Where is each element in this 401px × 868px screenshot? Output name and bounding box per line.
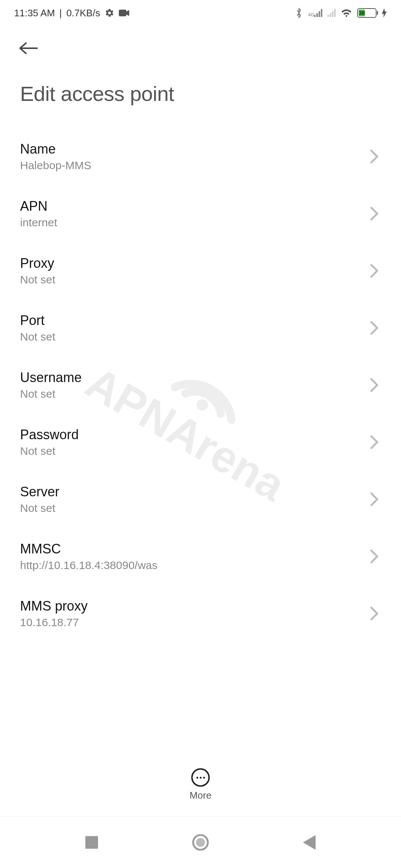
setting-value: Not set bbox=[20, 502, 362, 514]
setting-apn[interactable]: APN internet bbox=[0, 185, 401, 242]
more-icon bbox=[191, 768, 210, 787]
setting-password[interactable]: Password Not set bbox=[0, 414, 401, 471]
svg-point-4 bbox=[196, 838, 205, 846]
charging-icon bbox=[382, 8, 387, 18]
nav-recents-button[interactable] bbox=[73, 831, 110, 854]
arrow-left-icon bbox=[19, 41, 39, 56]
triangle-left-icon bbox=[303, 835, 316, 850]
status-speed: 0.7KB/s bbox=[66, 7, 100, 19]
more-label: More bbox=[189, 790, 211, 801]
signal-sim1: 4G bbox=[308, 9, 322, 17]
signal-sim2 bbox=[327, 9, 336, 17]
setting-server[interactable]: Server Not set bbox=[0, 471, 401, 528]
setting-label: Password bbox=[20, 427, 362, 443]
chevron-right-icon bbox=[370, 206, 379, 221]
chevron-right-icon bbox=[370, 492, 379, 507]
setting-value: Not set bbox=[20, 388, 362, 400]
more-button[interactable]: More bbox=[0, 768, 401, 801]
status-right: 4G 38 bbox=[295, 7, 387, 19]
chevron-right-icon bbox=[370, 320, 379, 335]
setting-label: MMSC bbox=[20, 541, 362, 557]
setting-value: Halebop-MMS bbox=[20, 159, 362, 172]
circle-icon bbox=[192, 834, 209, 851]
chevron-right-icon bbox=[370, 378, 379, 392]
wifi-icon bbox=[341, 9, 352, 17]
setting-label: MMS proxy bbox=[20, 598, 362, 614]
battery-percent: 38 bbox=[359, 10, 365, 16]
setting-proxy[interactable]: Proxy Not set bbox=[0, 242, 401, 299]
setting-label: Server bbox=[20, 484, 362, 500]
setting-label: APN bbox=[20, 198, 362, 214]
setting-value: http://10.16.18.4:38090/was bbox=[20, 559, 362, 572]
settings-list: Name Halebop-MMS APN internet Proxy Not … bbox=[0, 113, 401, 642]
setting-name[interactable]: Name Halebop-MMS bbox=[0, 128, 401, 185]
nav-back-button[interactable] bbox=[291, 831, 328, 854]
setting-value: internet bbox=[20, 216, 362, 229]
setting-value: Not set bbox=[20, 273, 362, 286]
page-title: Edit access point bbox=[0, 63, 401, 113]
status-left: 11:35 AM | 0.7KB/s bbox=[14, 7, 130, 19]
svg-rect-0 bbox=[119, 10, 126, 16]
setting-label: Proxy bbox=[20, 256, 362, 271]
status-time: 11:35 AM bbox=[14, 7, 55, 19]
header bbox=[0, 26, 401, 63]
nav-home-button[interactable] bbox=[182, 831, 219, 854]
setting-value: Not set bbox=[20, 331, 362, 343]
setting-mmsproxy[interactable]: MMS proxy 10.16.18.77 bbox=[0, 585, 401, 642]
chevron-right-icon bbox=[370, 549, 379, 564]
battery-indicator: 38 bbox=[357, 8, 376, 18]
svg-rect-2 bbox=[85, 836, 98, 849]
setting-label: Port bbox=[20, 313, 362, 328]
setting-port[interactable]: Port Not set bbox=[0, 299, 401, 356]
chevron-right-icon bbox=[370, 435, 379, 450]
status-divider: | bbox=[59, 7, 62, 19]
status-bar: 11:35 AM | 0.7KB/s 4G bbox=[0, 0, 401, 26]
bluetooth-icon bbox=[295, 7, 303, 19]
setting-label: Name bbox=[20, 141, 362, 157]
chevron-right-icon bbox=[370, 149, 379, 164]
navigation-bar bbox=[0, 816, 401, 868]
network-label: 4G bbox=[308, 13, 314, 17]
square-icon bbox=[85, 836, 98, 849]
setting-value: 10.16.18.77 bbox=[20, 616, 362, 629]
chevron-right-icon bbox=[370, 606, 379, 621]
setting-label: Username bbox=[20, 370, 362, 385]
gear-icon bbox=[105, 8, 114, 18]
setting-username[interactable]: Username Not set bbox=[0, 356, 401, 414]
setting-mmsc[interactable]: MMSC http://10.16.18.4:38090/was bbox=[0, 528, 401, 585]
setting-value: Not set bbox=[20, 445, 362, 457]
back-button[interactable] bbox=[19, 37, 41, 59]
camera-icon bbox=[119, 9, 130, 17]
chevron-right-icon bbox=[370, 263, 379, 278]
